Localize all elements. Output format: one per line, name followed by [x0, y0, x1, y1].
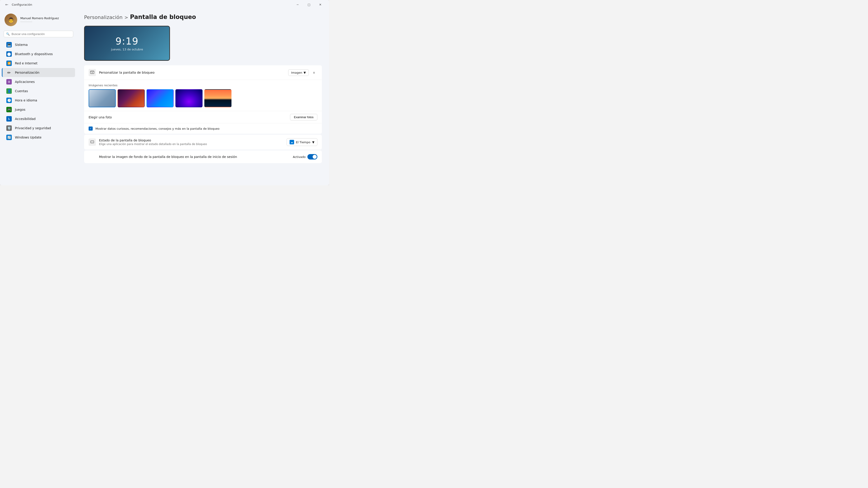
search-box[interactable]: 🔍 — [4, 31, 73, 37]
apps-icon: ⊞ — [6, 79, 12, 85]
privacy-icon: 🛡️ — [6, 125, 12, 131]
customize-row: Personalizar la pantalla de bloqueo Imag… — [84, 65, 322, 80]
accounts-icon: 👤 — [6, 88, 12, 94]
main-layout: 👨 Manuel Romero Rodríguez ··············… — [0, 9, 329, 185]
status-control: ☁ El Tiempo ▼ — [287, 138, 317, 146]
customize-card: Personalizar la pantalla de bloqueo Imag… — [84, 65, 322, 134]
search-icon: 🔍 — [6, 32, 10, 36]
update-icon: 🔄 — [6, 135, 12, 140]
weather-dropdown-arrow: ▼ — [312, 140, 314, 144]
network-icon: 📶 — [6, 61, 12, 66]
status-row: Estado de la pantalla de bloqueo Elige u… — [84, 135, 322, 150]
images-grid — [89, 89, 317, 107]
close-button[interactable]: ✕ — [315, 1, 326, 8]
sidebar-item-personalizacion[interactable]: ✏️ Personalización — [2, 68, 75, 77]
bluetooth-icon: ⬤ — [6, 51, 12, 57]
user-info: Manuel Romero Rodríguez ··············· — [20, 17, 59, 23]
sidebar-item-cuentas[interactable]: 👤 Cuentas — [2, 87, 75, 96]
minimize-button[interactable]: − — [292, 1, 303, 8]
weather-app-icon: ☁ — [289, 140, 294, 144]
image-thumb-4[interactable] — [176, 89, 203, 107]
sidebar-item-accesibilidad[interactable]: ♿ Accesibilidad — [2, 114, 75, 123]
window-title: Configuración — [12, 3, 32, 6]
back-button[interactable]: ← — [4, 1, 10, 8]
customize-content: Personalizar la pantalla de bloqueo — [99, 71, 285, 74]
lockscreen-display: 9:19 jueves, 13 de octubre — [111, 36, 143, 51]
sidebar-item-privacidad[interactable]: 🛡️ Privacidad y seguridad — [2, 124, 75, 133]
login-image-card: Mostrar la imagen de fondo de la pantall… — [84, 151, 322, 163]
sidebar-item-sistema[interactable]: 💻 Sistema — [2, 40, 75, 49]
sidebar-item-update[interactable]: 🔄 Windows Update — [2, 133, 75, 142]
user-name: Manuel Romero Rodríguez — [20, 17, 59, 20]
sistema-icon: 💻 — [6, 42, 12, 47]
sidebar-label-personalizacion: Personalización — [15, 71, 39, 74]
lockscreen-date: jueves, 13 de octubre — [111, 48, 143, 51]
sidebar-label-update: Windows Update — [15, 135, 41, 139]
sidebar-item-bluetooth[interactable]: ⬤ Bluetooth y dispositivos — [2, 50, 75, 59]
login-image-content: Mostrar la imagen de fondo de la pantall… — [89, 155, 290, 159]
content-area: Personalización > Pantalla de bloqueo 9:… — [77, 9, 329, 185]
sidebar-label-red: Red e Internet — [15, 61, 37, 65]
status-subtitle: Elige una aplicación para mostrar el est… — [99, 142, 283, 146]
sidebar-label-aplicaciones: Aplicaciones — [15, 80, 35, 84]
sidebar-item-red[interactable]: 📶 Red e Internet — [2, 59, 75, 68]
sidebar-label-juegos: Juegos — [15, 108, 25, 111]
customize-icon — [89, 69, 96, 76]
customize-dropdown[interactable]: Imagen ▼ — [288, 69, 309, 76]
status-icon — [89, 138, 96, 146]
collapse-button[interactable]: ∧ — [311, 69, 317, 76]
user-profile: 👨 Manuel Romero Rodríguez ··············… — [0, 12, 77, 31]
login-image-toggle[interactable] — [307, 154, 317, 160]
page-header: Personalización > Pantalla de bloqueo — [84, 13, 322, 20]
dropdown-value: Imagen — [291, 71, 302, 74]
avatar: 👨 — [4, 13, 17, 26]
user-email: ··············· — [20, 20, 59, 23]
svg-rect-1 — [92, 72, 93, 73]
dropdown-arrow: ▼ — [304, 71, 306, 74]
browse-button[interactable]: Examinar fotos — [290, 114, 317, 121]
window-controls: − □ ✕ — [292, 1, 326, 8]
sidebar: 👨 Manuel Romero Rodríguez ··············… — [0, 9, 77, 185]
sidebar-item-aplicaciones[interactable]: ⊞ Aplicaciones — [2, 77, 75, 86]
sidebar-label-sistema: Sistema — [15, 43, 28, 46]
status-title: Estado de la pantalla de bloqueo — [99, 138, 283, 142]
weather-dropdown[interactable]: ☁ El Tiempo ▼ — [287, 138, 317, 146]
accessibility-icon: ♿ — [6, 116, 12, 122]
login-image-title: Mostrar la imagen de fondo de la pantall… — [99, 155, 237, 159]
browse-row: Elegir una foto Examinar fotos — [84, 111, 322, 123]
image-thumb-5[interactable] — [204, 89, 231, 107]
fun-facts-checkbox[interactable] — [89, 127, 93, 131]
maximize-button[interactable]: □ — [304, 1, 314, 8]
gaming-icon: 🎮 — [6, 107, 12, 112]
titlebar: ← Configuración − □ ✕ — [0, 0, 329, 9]
lockscreen-time: 9:19 — [111, 36, 143, 47]
login-image-status: Activado — [293, 155, 306, 159]
fun-facts-row: Mostrar datos curiosos, recomendaciones,… — [84, 123, 322, 134]
image-thumb-2[interactable] — [118, 89, 145, 107]
weather-label: El Tiempo — [296, 140, 310, 144]
sidebar-item-juegos[interactable]: 🎮 Juegos — [2, 105, 75, 114]
breadcrumb-separator: > — [124, 15, 128, 20]
image-thumb-1[interactable] — [89, 89, 116, 107]
sidebar-label-hora: Hora e idioma — [15, 98, 37, 102]
sidebar-label-cuentas: Cuentas — [15, 89, 28, 93]
recent-images-section: Imágenes recientes — [84, 80, 322, 111]
login-image-control: Activado — [293, 154, 317, 160]
sidebar-item-hora[interactable]: 🕐 Hora e idioma — [2, 96, 75, 105]
sidebar-label-accesibilidad: Accesibilidad — [15, 117, 35, 121]
search-input[interactable] — [11, 32, 71, 36]
customize-title: Personalizar la pantalla de bloqueo — [99, 71, 155, 74]
recent-images-label: Imágenes recientes — [89, 84, 317, 87]
status-card: Estado de la pantalla de bloqueo Elige u… — [84, 135, 322, 150]
sidebar-label-bluetooth: Bluetooth y dispositivos — [15, 52, 53, 56]
personalization-icon: ✏️ — [6, 70, 12, 75]
page-title: Pantalla de bloqueo — [130, 13, 196, 20]
settings-window: ← Configuración − □ ✕ 👨 Manuel Romero Ro… — [0, 0, 329, 185]
browse-label: Elegir una foto — [89, 116, 290, 119]
customize-controls: Imagen ▼ ∧ — [288, 69, 317, 76]
nav-menu: 💻 Sistema ⬤ Bluetooth y dispositivos 📶 R… — [0, 40, 77, 142]
status-content: Estado de la pantalla de bloqueo Elige u… — [99, 138, 283, 146]
time-icon: 🕐 — [6, 98, 12, 103]
image-thumb-3[interactable] — [147, 89, 174, 107]
sidebar-label-privacidad: Privacidad y seguridad — [15, 126, 51, 130]
